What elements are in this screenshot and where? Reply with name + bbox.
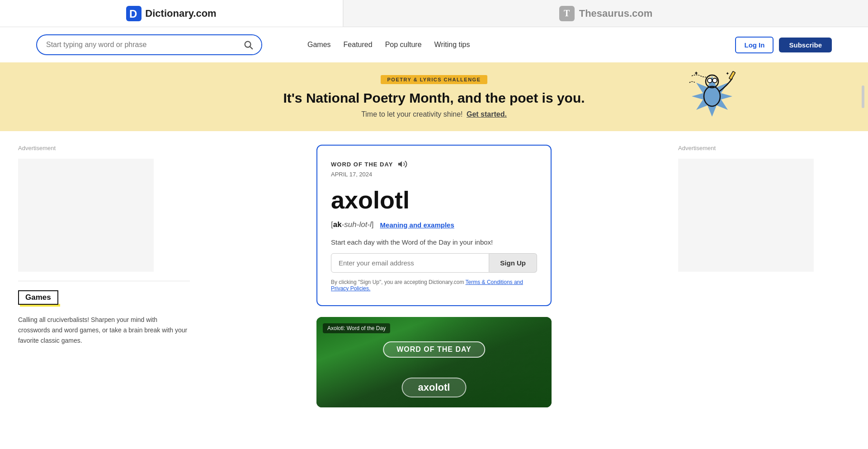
main-content: Advertisement Games Calling all cruciver… — [0, 131, 868, 421]
dictionary-brand: D Dictionary.com — [0, 0, 344, 27]
right-sidebar: Advertisement — [660, 145, 868, 407]
terms-text: By clicking "Sign Up", you are accepting… — [331, 279, 537, 292]
thesaurus-logo-icon: T — [559, 6, 575, 21]
wotd-date: APRIL 17, 2024 — [331, 171, 537, 178]
wotd-pronunciation-row: [ak-suh-lot-l] Meaning and examples — [331, 220, 537, 229]
wotd-cta-text: Start each day with the Word of the Day … — [331, 238, 537, 246]
dictionary-logo-icon: D — [126, 6, 142, 21]
wotd-card: WORD OF THE DAY APRIL 17, 2024 axolotl [… — [316, 145, 552, 306]
video-tag-label: Axolotl: Word of the Day — [323, 323, 390, 333]
nav-writing-tips[interactable]: Writing tips — [434, 41, 470, 49]
signup-button[interactable]: Sign Up — [489, 253, 537, 273]
banner-subtitle: Time to let your creativity shine! Get s… — [283, 110, 585, 118]
left-ad-space — [18, 159, 154, 272]
wotd-word: axolotl — [331, 186, 537, 214]
svg-marker-4 — [692, 76, 732, 117]
login-button[interactable]: Log In — [735, 37, 774, 53]
search-input[interactable] — [37, 35, 235, 54]
wotd-label: WORD OF THE DAY — [331, 161, 393, 168]
subscribe-button[interactable]: Subscribe — [779, 38, 832, 52]
games-section: Games Calling all cruciverbalists! Sharp… — [18, 290, 190, 346]
search-button[interactable] — [235, 35, 261, 54]
right-ad-label: Advertisement — [678, 145, 850, 151]
poet-illustration: ✦ ✦ — [656, 67, 769, 126]
thesaurus-brand: T Thesaurus.com — [344, 0, 868, 27]
meaning-link[interactable]: Meaning and examples — [380, 221, 454, 229]
banner-title: It's National Poetry Month, and the poet… — [283, 90, 585, 106]
thesaurus-logo-link[interactable]: T Thesaurus.com — [559, 6, 653, 21]
search-icon — [243, 40, 253, 50]
email-input[interactable] — [331, 253, 489, 273]
email-form: Sign Up — [331, 253, 537, 273]
wotd-badge: WORD OF THE DAY — [383, 341, 485, 358]
svg-point-7 — [708, 78, 712, 83]
left-sidebar: Advertisement Games Calling all cruciver… — [0, 145, 208, 407]
nav-games[interactable]: Games — [307, 41, 331, 49]
nav-featured[interactable]: Featured — [344, 41, 373, 49]
search-bar — [36, 34, 262, 55]
word-badge: axolotl — [402, 378, 467, 397]
svg-point-2 — [245, 42, 251, 47]
search-nav-row: Games Featured Pop culture Writing tips … — [0, 27, 868, 62]
sound-button[interactable] — [397, 159, 407, 169]
svg-rect-10 — [729, 71, 735, 80]
banner-illustration: ✦ ✦ — [656, 67, 769, 126]
svg-text:✦: ✦ — [694, 70, 698, 76]
divider — [18, 281, 190, 281]
banner-content: POETRY & LYRICS CHALLENGE It's National … — [283, 75, 585, 118]
svg-text:✦: ✦ — [726, 71, 729, 76]
nav-pop-culture[interactable]: Pop culture — [385, 41, 422, 49]
thesaurus-logo-text: Thesaurus.com — [579, 8, 653, 19]
games-header-label: Games — [18, 290, 58, 305]
wotd-pronunciation: [ak-suh-lot-l] — [331, 220, 374, 229]
right-ad-space — [678, 159, 814, 272]
promo-banner: POETRY & LYRICS CHALLENGE It's National … — [0, 62, 868, 131]
dictionary-logo-text: Dictionary.com — [145, 8, 216, 19]
svg-line-3 — [250, 47, 253, 49]
wotd-header-row: WORD OF THE DAY — [331, 159, 537, 169]
auth-buttons: Log In Subscribe — [735, 37, 832, 53]
main-nav: Games Featured Pop culture Writing tips — [307, 41, 470, 49]
banner-link[interactable]: Get started. — [467, 110, 507, 118]
header: D Dictionary.com T Thesaurus.com — [0, 0, 868, 27]
speaker-icon — [397, 159, 407, 169]
svg-text:D: D — [129, 8, 137, 20]
banner-tag: POETRY & LYRICS CHALLENGE — [381, 75, 487, 84]
left-ad-label: Advertisement — [18, 145, 190, 151]
center-content: WORD OF THE DAY APRIL 17, 2024 axolotl [… — [307, 145, 561, 407]
video-card[interactable]: Axolotl: Word of the Day WORD OF THE DAY… — [316, 317, 552, 407]
dictionary-logo-link[interactable]: D Dictionary.com — [126, 6, 216, 21]
games-description: Calling all cruciverbalists! Sharpen you… — [18, 315, 190, 346]
svg-point-8 — [712, 78, 717, 83]
scroll-bar[interactable] — [862, 85, 864, 108]
